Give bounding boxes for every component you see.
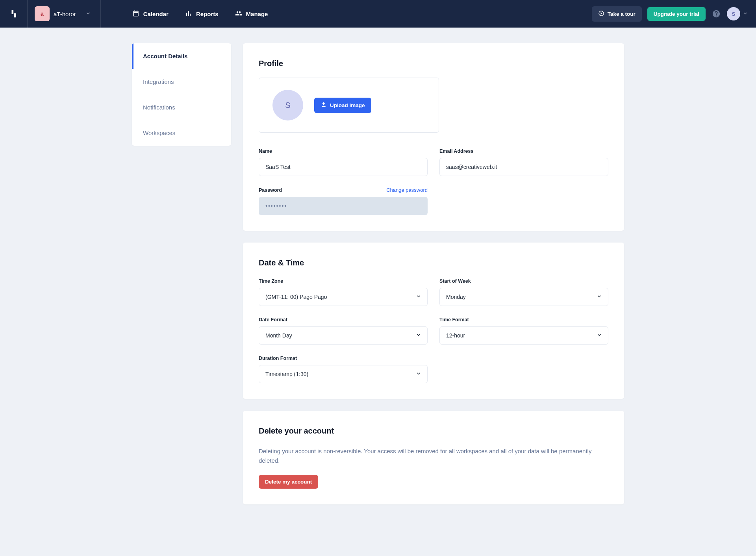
timefmt-select[interactable]: 12-hour bbox=[439, 326, 608, 345]
nav-manage[interactable]: Manage bbox=[235, 10, 268, 18]
timezone-label: Time Zone bbox=[259, 278, 428, 284]
weekstart-field-wrap: Start of Week Monday bbox=[439, 278, 608, 306]
datefmt-select[interactable]: Month Day bbox=[259, 326, 428, 345]
sidebar-item-notifications[interactable]: Notifications bbox=[132, 95, 231, 120]
delete-account-card: Delete your account Deleting your accoun… bbox=[243, 411, 624, 504]
delete-heading: Delete your account bbox=[259, 426, 608, 436]
take-tour-button[interactable]: Take a tour bbox=[592, 6, 642, 22]
workspace-switcher[interactable]: a aT-horor bbox=[28, 0, 101, 28]
play-circle-icon bbox=[598, 10, 604, 18]
topbar: a aT-horor Calendar Reports Manage bbox=[0, 0, 756, 28]
upgrade-label: Upgrade your trial bbox=[654, 11, 699, 17]
timezone-select[interactable]: (GMT-11: 00) Pago Pago bbox=[259, 288, 428, 306]
datefmt-field-wrap: Date Format Month Day bbox=[259, 317, 428, 345]
avatar-upload-box: S Upload image bbox=[259, 78, 439, 133]
weekstart-label: Start of Week bbox=[439, 278, 608, 284]
sidebar-item-account-details[interactable]: Account Details bbox=[132, 43, 231, 69]
nav-reports[interactable]: Reports bbox=[185, 10, 219, 18]
take-tour-label: Take a tour bbox=[608, 11, 636, 17]
durfmt-field-wrap: Duration Format Timestamp (1:30) bbox=[259, 356, 428, 383]
change-password-link[interactable]: Change password bbox=[386, 187, 428, 193]
profile-heading: Profile bbox=[259, 59, 608, 68]
name-label: Name bbox=[259, 148, 428, 154]
main-nav: Calendar Reports Manage bbox=[132, 10, 268, 18]
chevron-down-icon bbox=[743, 11, 748, 17]
email-label: Email Address bbox=[439, 148, 608, 154]
sidebar-item-integrations[interactable]: Integrations bbox=[132, 69, 231, 95]
email-input[interactable] bbox=[439, 158, 608, 176]
upload-image-label: Upload image bbox=[330, 102, 365, 108]
upload-image-button[interactable]: Upload image bbox=[314, 98, 371, 113]
chevron-down-icon bbox=[85, 11, 91, 17]
weekstart-select[interactable]: Monday bbox=[439, 288, 608, 306]
timefmt-field-wrap: Time Format 12-hour bbox=[439, 317, 608, 345]
datetime-form-grid: Time Zone (GMT-11: 00) Pago Pago Start o… bbox=[259, 278, 608, 383]
page-wrap: Account Details Integrations Notificatio… bbox=[124, 28, 632, 528]
email-field-wrap: Email Address bbox=[439, 148, 608, 176]
timefmt-label: Time Format bbox=[439, 317, 608, 322]
workspace-avatar: a bbox=[35, 6, 50, 21]
sidebar-item-workspaces[interactable]: Workspaces bbox=[132, 120, 231, 146]
bar-chart-icon bbox=[185, 10, 192, 18]
workspace-name: aT-horor bbox=[54, 11, 76, 17]
durfmt-label: Duration Format bbox=[259, 356, 428, 361]
password-input bbox=[259, 197, 428, 215]
profile-avatar: S bbox=[272, 90, 303, 120]
name-field-wrap: Name bbox=[259, 148, 428, 176]
content-column: Profile S Upload image Name Email Addres… bbox=[243, 43, 624, 504]
nav-calendar[interactable]: Calendar bbox=[132, 10, 169, 18]
nav-calendar-label: Calendar bbox=[143, 11, 169, 17]
user-avatar: S bbox=[727, 7, 740, 20]
durfmt-select[interactable]: Timestamp (1:30) bbox=[259, 365, 428, 383]
delete-description: Deleting your account is non-reversible.… bbox=[259, 447, 608, 465]
password-field-wrap: Password Change password bbox=[259, 187, 428, 215]
upload-icon bbox=[321, 102, 327, 109]
help-icon[interactable] bbox=[711, 9, 721, 19]
delete-account-button[interactable]: Delete my account bbox=[259, 475, 318, 489]
profile-card: Profile S Upload image Name Email Addres… bbox=[243, 43, 624, 231]
user-menu[interactable]: S bbox=[727, 7, 748, 20]
nav-manage-label: Manage bbox=[246, 11, 268, 17]
timezone-field-wrap: Time Zone (GMT-11: 00) Pago Pago bbox=[259, 278, 428, 306]
topbar-right: Take a tour Upgrade your trial S bbox=[592, 6, 756, 22]
profile-form-grid: Name Email Address Password Change passw… bbox=[259, 148, 608, 215]
datefmt-label: Date Format bbox=[259, 317, 428, 322]
nav-reports-label: Reports bbox=[196, 11, 219, 17]
datetime-heading: Date & Time bbox=[259, 258, 608, 267]
calendar-icon bbox=[132, 10, 139, 18]
upgrade-button[interactable]: Upgrade your trial bbox=[647, 7, 706, 21]
password-label: Password bbox=[259, 187, 282, 193]
settings-sidebar: Account Details Integrations Notificatio… bbox=[132, 43, 231, 146]
datetime-card: Date & Time Time Zone (GMT-11: 00) Pago … bbox=[243, 243, 624, 399]
app-logo[interactable] bbox=[0, 0, 28, 28]
name-input[interactable] bbox=[259, 158, 428, 176]
svg-marker-1 bbox=[600, 12, 602, 14]
people-icon bbox=[235, 10, 242, 18]
